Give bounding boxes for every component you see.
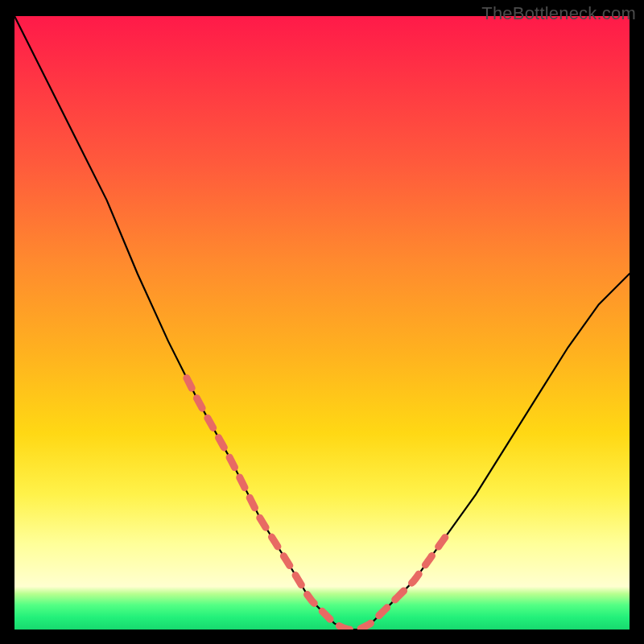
bottleneck-curve <box>14 16 630 630</box>
bottleneck-curve-highlight-right <box>396 538 445 599</box>
watermark-text: TheBottleneck.com <box>481 3 636 24</box>
bottleneck-curve-highlight-left <box>187 378 396 630</box>
chart-frame: TheBottleneck.com <box>0 0 644 644</box>
bottleneck-curve-svg <box>14 16 630 630</box>
